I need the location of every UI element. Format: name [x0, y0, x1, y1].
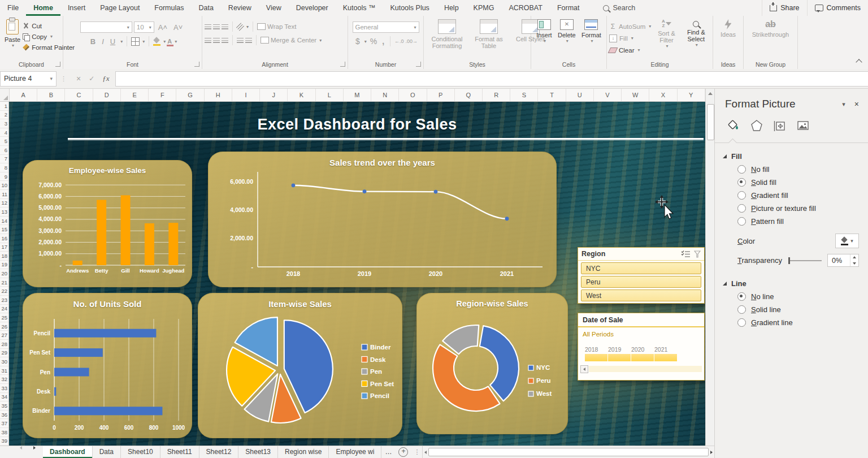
scroll-left-icon[interactable] [424, 451, 427, 454]
cancel-entry-icon[interactable]: × [76, 74, 81, 83]
sheet-tab-dashboard[interactable]: Dashboard [43, 446, 93, 458]
sort-filter-button[interactable]: AZ Sort & Filter ▾ [652, 18, 680, 59]
ribbon-tab-insert[interactable]: Insert [60, 0, 93, 16]
ribbon-tab-page-layout[interactable]: Page Layout [93, 0, 147, 16]
fill-color-button[interactable]: ▾ [835, 234, 859, 248]
worksheet-area[interactable]: Excel Dashboard for Sales Employee-wise … [9, 102, 705, 446]
ribbon-tab-file[interactable]: File [0, 0, 26, 16]
column-header-K[interactable]: K [288, 89, 315, 101]
fill-button[interactable]: Fill▾ [609, 33, 651, 44]
ribbon-tab-acrobat[interactable]: ACROBAT [501, 0, 550, 16]
row-header-27[interactable]: 27 [0, 331, 8, 340]
row-header-1[interactable]: 1 [0, 102, 8, 111]
sheet-tab-sheet13[interactable]: Sheet13 [238, 446, 278, 458]
italic-button[interactable]: I [99, 37, 106, 46]
alignment-dialog-launcher[interactable] [340, 62, 345, 67]
horizontal-scroll-thumb[interactable] [428, 448, 709, 456]
scroll-right-icon[interactable] [710, 451, 713, 454]
ideas-button[interactable]: Ideas [718, 18, 738, 59]
column-header-N[interactable]: N [371, 89, 399, 101]
column-header-B[interactable]: B [37, 89, 65, 101]
row-header-30[interactable]: 30 [0, 357, 8, 366]
column-header-F[interactable]: F [149, 89, 176, 101]
collapse-ribbon-icon[interactable] [856, 59, 862, 65]
line-option-solid-line[interactable]: Solid line [715, 303, 868, 316]
row-header-10[interactable]: 10 [0, 181, 8, 190]
increase-decimal-icon[interactable]: ←.0 [394, 38, 404, 44]
line-option-gradient-line[interactable]: Gradient line [715, 316, 868, 329]
sales-trend-card[interactable]: Sales trend over the years 6,000.004,000… [208, 152, 557, 287]
currency-button[interactable]: $ [354, 37, 362, 46]
line-option-no-line[interactable]: No line [715, 290, 868, 303]
tab-picture[interactable] [796, 118, 810, 133]
clipboard-dialog-launcher[interactable] [55, 62, 60, 67]
fill-color-icon[interactable] [153, 38, 160, 45]
column-header-Q[interactable]: Q [455, 89, 483, 101]
column-header-P[interactable]: P [427, 89, 455, 101]
column-header-T[interactable]: T [538, 89, 566, 101]
merge-center-button[interactable]: Merge & Center [271, 37, 316, 44]
spin-down-icon[interactable] [850, 261, 858, 267]
orientation-icon[interactable] [236, 23, 245, 31]
row-header-26[interactable]: 26 [0, 322, 8, 331]
row-header-17[interactable]: 17 [0, 243, 8, 252]
tab-effects[interactable] [749, 118, 764, 133]
row-header-18[interactable]: 18 [0, 252, 8, 261]
underline-button[interactable]: U [108, 37, 118, 46]
increase-indent-icon[interactable] [245, 38, 252, 43]
row-header-21[interactable]: 21 [0, 278, 8, 287]
row-header-9[interactable]: 9 [0, 172, 8, 182]
column-header-S[interactable]: S [510, 89, 538, 101]
conditional-formatting-button[interactable]: Conditional Formatting [426, 18, 468, 59]
clear-filter-icon[interactable] [694, 250, 701, 258]
ribbon-tab-review[interactable]: Review [221, 0, 259, 16]
row-header-32[interactable]: 32 [0, 375, 8, 384]
column-header-L[interactable]: L [316, 89, 344, 101]
format-as-table-button[interactable]: Format as Table [468, 18, 510, 59]
timeline-segment-2019[interactable] [608, 354, 631, 361]
row-header-37[interactable]: 37 [0, 419, 8, 428]
row-header-24[interactable]: 24 [0, 305, 8, 314]
row-header-25[interactable]: 25 [0, 313, 8, 322]
insert-function-icon[interactable]: ƒx [102, 74, 109, 83]
sheet-tab-sheet11[interactable]: Sheet11 [160, 446, 199, 458]
row-header-3[interactable]: 3 [0, 119, 8, 128]
align-right-icon[interactable] [222, 38, 228, 43]
ribbon-tab-home[interactable]: Home [26, 0, 60, 16]
column-header-Y[interactable]: Y [678, 89, 705, 101]
align-top-icon[interactable] [205, 24, 211, 29]
column-header-O[interactable]: O [399, 89, 427, 101]
panel-menu-caret-icon[interactable]: ▾ [833, 101, 854, 108]
share-button[interactable]: Share [762, 0, 806, 16]
timeline-scrollbar[interactable] [580, 365, 702, 373]
decrease-decimal-icon[interactable]: .00→ [406, 38, 418, 44]
scroll-up-icon[interactable] [706, 89, 714, 98]
column-header-A[interactable]: A [10, 89, 37, 101]
multi-select-icon[interactable] [681, 250, 691, 258]
ribbon-tab-kpmg[interactable]: KPMG [466, 0, 502, 16]
row-header-39[interactable]: 39 [0, 437, 8, 446]
row-header-20[interactable]: 20 [0, 269, 8, 278]
fill-option-picture-or-texture-fill[interactable]: Picture or texture fill [715, 202, 868, 215]
row-header-11[interactable]: 11 [0, 190, 8, 199]
align-left-icon[interactable] [205, 38, 211, 43]
row-header-31[interactable]: 31 [0, 366, 8, 375]
ribbon-tab-formulas[interactable]: Formulas [147, 0, 191, 16]
column-header-J[interactable]: J [260, 89, 288, 101]
sheet-tab-data[interactable]: Data [93, 446, 121, 458]
column-header-E[interactable]: E [121, 89, 149, 101]
fill-option-gradient-fill[interactable]: Gradient fill [715, 189, 868, 202]
slicer-item-west[interactable]: West [581, 290, 701, 301]
units-sold-card[interactable]: No. of Units Sold 02004006008001000Penci… [23, 293, 192, 438]
formula-input[interactable] [115, 71, 868, 87]
ribbon-tab-kutools-plus[interactable]: Kutools Plus [383, 0, 436, 16]
row-header-12[interactable]: 12 [0, 199, 8, 208]
row-header-35[interactable]: 35 [0, 401, 8, 411]
format-cells-button[interactable]: Format ▾ [579, 18, 604, 59]
timeline-segment-2021[interactable] [654, 354, 677, 361]
borders-icon[interactable] [131, 37, 140, 46]
column-header-C[interactable]: C [65, 89, 93, 101]
font-name-combo[interactable]: ▾ [80, 21, 132, 33]
column-header-H[interactable]: H [205, 89, 232, 101]
comments-button[interactable]: Comments [807, 0, 868, 16]
